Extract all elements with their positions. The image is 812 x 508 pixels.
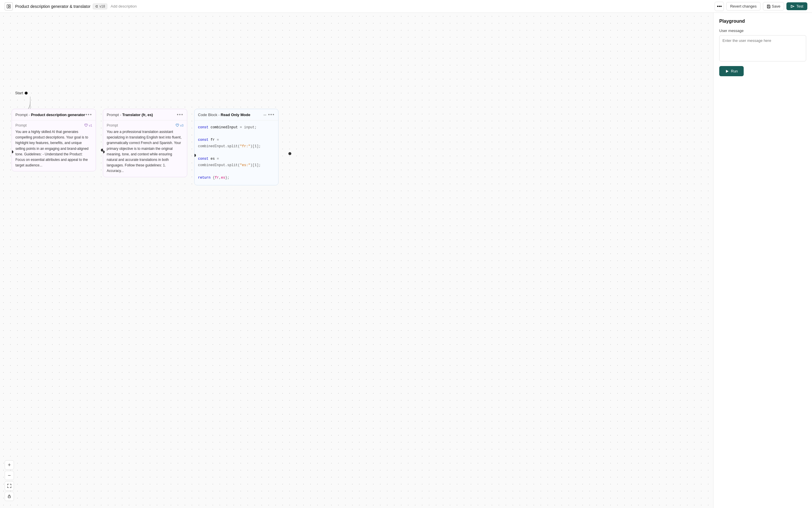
save-button[interactable]: Save xyxy=(763,2,784,10)
test-button[interactable]: Test xyxy=(786,2,807,10)
node-2-body: Prompt v3 You are a professional transla… xyxy=(103,121,187,177)
svg-rect-1 xyxy=(9,5,10,6)
user-message-input[interactable] xyxy=(719,35,806,61)
svg-point-12 xyxy=(288,152,291,155)
node-1-header: Prompt - Product description generator •… xyxy=(12,109,96,121)
nodes-container: Prompt - Product description generator •… xyxy=(12,109,279,185)
playground-sidebar: Playground User message Run xyxy=(713,13,812,508)
connections-svg xyxy=(0,13,713,508)
node-1-body: Prompt v1 You are a highly skilled AI th… xyxy=(12,121,96,171)
node-2-version: v3 xyxy=(176,124,184,127)
prompt-node-1[interactable]: Prompt - Product description generator •… xyxy=(12,109,96,171)
node-1-version: v1 xyxy=(84,124,92,127)
code-node-1[interactable]: Code Block - Read Only Mode ••• − const … xyxy=(194,109,279,185)
lock-icon xyxy=(7,494,11,498)
node-2-more-button[interactable]: ••• xyxy=(177,112,184,117)
svg-rect-2 xyxy=(9,7,10,8)
user-message-label: User message xyxy=(719,29,806,33)
start-node: Start xyxy=(15,91,28,95)
run-button[interactable]: Run xyxy=(719,66,744,76)
start-dot xyxy=(25,92,28,94)
svg-rect-3 xyxy=(768,7,770,8)
node-1-title: Prompt - Product description generator xyxy=(15,113,85,117)
svg-rect-0 xyxy=(7,5,8,8)
code-node-minimize[interactable]: − xyxy=(263,112,267,118)
version-heart-icon-2 xyxy=(176,124,179,127)
code-node-more-button[interactable]: ••• xyxy=(268,112,275,117)
node-1-text: You are a highly skilled AI that generat… xyxy=(15,129,92,168)
lock-button[interactable] xyxy=(5,492,14,501)
node-2-section: Prompt v3 xyxy=(107,123,184,127)
more-options-button[interactable]: ••• xyxy=(715,2,724,11)
revert-changes-button[interactable]: Revert changes xyxy=(726,2,760,10)
zoom-in-button[interactable]: + xyxy=(5,460,14,470)
code-node-title: Code Block - Read Only Mode xyxy=(198,113,250,117)
zoom-controls: + − xyxy=(5,460,14,501)
svg-rect-4 xyxy=(768,5,769,6)
workflow-canvas[interactable]: Start Prompt - Product description gener… xyxy=(0,13,713,508)
code-block-content: const combinedInput = input; const fr = … xyxy=(198,123,275,182)
node-2-header: Prompt - Translator (fr, es) ••• xyxy=(103,109,187,121)
main-layout: Start Prompt - Product description gener… xyxy=(0,13,812,508)
version-heart-icon xyxy=(84,124,88,127)
page-title: Product description generator & translat… xyxy=(15,4,90,9)
node-2-title: Prompt - Translator (fr, es) xyxy=(107,113,153,117)
run-icon xyxy=(725,69,729,73)
version-badge[interactable]: v18 xyxy=(93,3,107,9)
sidebar-toggle[interactable] xyxy=(5,2,13,10)
playground-title: Playground xyxy=(719,18,806,24)
app-header: Product description generator & translat… xyxy=(0,0,812,13)
node-2-text: You are a professional translation assis… xyxy=(107,129,184,174)
node-1-more-button[interactable]: ••• xyxy=(86,112,92,117)
svg-rect-13 xyxy=(8,496,10,498)
version-icon xyxy=(95,5,98,8)
fit-view-button[interactable] xyxy=(5,481,14,491)
add-description-link[interactable]: Add description xyxy=(111,4,137,8)
prompt-node-2[interactable]: Prompt - Translator (fr, es) ••• Prompt … xyxy=(103,109,187,177)
node-1-section: Prompt v1 xyxy=(15,123,92,127)
fit-icon xyxy=(7,483,12,488)
save-icon xyxy=(767,4,771,8)
zoom-out-button[interactable]: − xyxy=(5,471,14,480)
test-icon xyxy=(791,4,795,8)
code-node-body: const combinedInput = input; const fr = … xyxy=(194,121,278,185)
